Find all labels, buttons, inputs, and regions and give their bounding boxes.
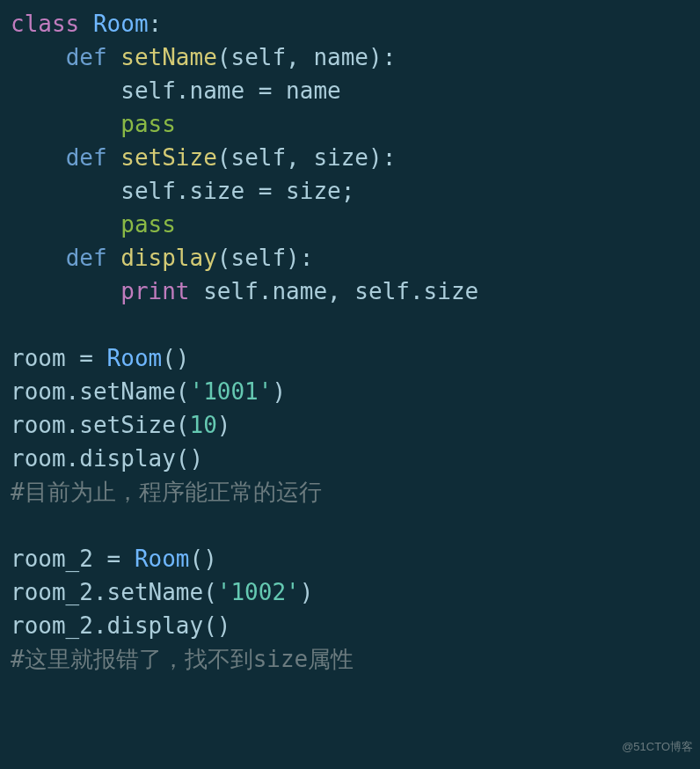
var-room-assign: room = (11, 345, 107, 371)
method-display: display (120, 245, 217, 271)
keyword-def: def (66, 144, 107, 171)
method-setsize: setSize (120, 144, 217, 171)
call-setsize: room.setSize( (11, 412, 190, 438)
keyword-pass: pass (120, 111, 176, 137)
parens: () (190, 546, 217, 572)
keyword-def: def (66, 245, 107, 271)
print-args: self.name, self.size (190, 278, 479, 304)
stmt-assign-name: self.name = name (120, 77, 340, 104)
params: (self, size): (217, 144, 397, 171)
call-display: room.display() (11, 445, 203, 472)
comment-ok: #目前为止，程序能正常的运行 (11, 479, 322, 505)
keyword-class: class (11, 11, 79, 37)
ctor-room: Room (107, 345, 163, 371)
call-setname: room.setName( (11, 378, 190, 405)
number-10: 10 (190, 412, 217, 438)
keyword-pass: pass (120, 211, 176, 238)
call-setname-2: room_2.setName( (11, 579, 217, 605)
ctor-room: Room (135, 546, 190, 572)
string-1001: '1001' (190, 378, 273, 405)
colon: : (149, 11, 163, 37)
params: (self, name): (217, 44, 397, 70)
comment-error: #这里就报错了，找不到size属性 (11, 646, 354, 672)
string-1002: '1002' (217, 579, 300, 605)
stmt-assign-size: self.size = size; (120, 178, 354, 204)
var-room2-assign: room_2 = (11, 546, 135, 572)
watermark: @51CTO博客 (622, 730, 693, 764)
code-block: class Room: def setName(self, name): sel… (0, 0, 700, 683)
keyword-print: print (120, 278, 189, 304)
params: (self): (217, 245, 314, 271)
rparen: ) (300, 579, 314, 605)
class-name: Room (93, 11, 149, 37)
keyword-def: def (66, 44, 107, 70)
rparen: ) (272, 378, 286, 405)
method-setname: setName (120, 44, 217, 70)
rparen: ) (217, 412, 231, 438)
parens: () (162, 345, 189, 371)
call-display-2: room_2.display() (11, 612, 230, 639)
